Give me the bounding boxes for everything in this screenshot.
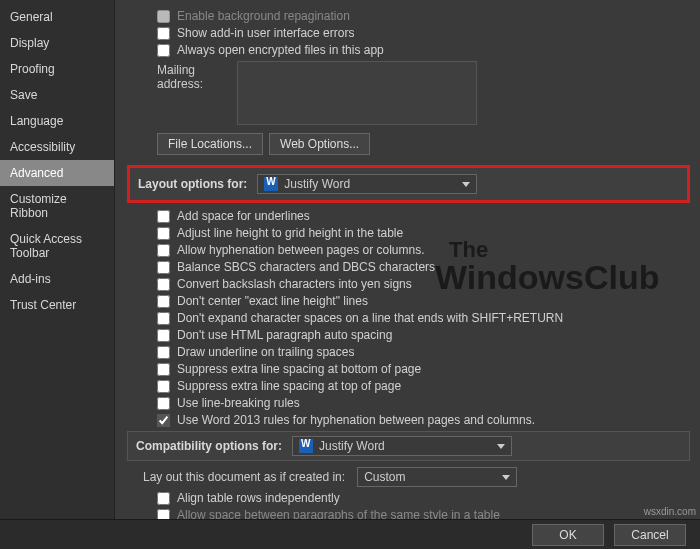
layout-option-row: Allow hyphenation between pages or colum… xyxy=(127,243,690,257)
layout-options-section: Layout options for: Justify Word xyxy=(127,165,690,203)
sidebar-item-advanced[interactable]: Advanced xyxy=(0,160,114,186)
layout-options-doc-select[interactable]: Justify Word xyxy=(257,174,477,194)
checkbox-encrypted[interactable] xyxy=(157,44,170,57)
layout-as-if-value: Custom xyxy=(364,470,405,484)
layout-option-checkbox[interactable] xyxy=(157,312,170,325)
layout-option-row: Convert backslash characters into yen si… xyxy=(127,277,690,291)
corner-watermark: wsxdin.com xyxy=(644,506,696,517)
layout-option-label: Suppress extra line spacing at bottom of… xyxy=(177,362,421,376)
sidebar-item-language[interactable]: Language xyxy=(0,108,114,134)
layout-option-checkbox[interactable] xyxy=(157,397,170,410)
web-options-button[interactable]: Web Options... xyxy=(269,133,370,155)
layout-option-label: Allow hyphenation between pages or colum… xyxy=(177,243,425,257)
sidebar-item-quick-access-toolbar[interactable]: Quick Access Toolbar xyxy=(0,226,114,266)
layout-option-label: Draw underline on trailing spaces xyxy=(177,345,354,359)
layout-option-checkbox[interactable] xyxy=(157,244,170,257)
sidebar-item-display[interactable]: Display xyxy=(0,30,114,56)
layout-option-checkbox[interactable] xyxy=(157,346,170,359)
layout-option-label: Convert backslash characters into yen si… xyxy=(177,277,412,291)
sidebar-item-customize-ribbon[interactable]: Customize Ribbon xyxy=(0,186,114,226)
layout-option-row: Don't center "exact line height" lines xyxy=(127,294,690,308)
layout-option-label: Balance SBCS characters and DBCS charact… xyxy=(177,260,435,274)
chevron-down-icon xyxy=(462,182,470,187)
layout-option-label: Don't expand character spaces on a line … xyxy=(177,311,563,325)
layout-options-label: Layout options for: xyxy=(138,177,247,191)
label-encrypted: Always open encrypted files in this app xyxy=(177,43,384,57)
layout-option-checkbox[interactable] xyxy=(157,261,170,274)
layout-option-row: Use Word 2013 rules for hyphenation betw… xyxy=(127,413,690,427)
layout-option-checkbox[interactable] xyxy=(157,329,170,342)
layout-option-label: Use Word 2013 rules for hyphenation betw… xyxy=(177,413,535,427)
sidebar-item-general[interactable]: General xyxy=(0,4,114,30)
layout-option-checkbox[interactable] xyxy=(157,363,170,376)
checkbox-addin-errors[interactable] xyxy=(157,27,170,40)
compatibility-doc-select[interactable]: Justify Word xyxy=(292,436,512,456)
layout-as-if-row: Lay out this document as if created in: … xyxy=(143,467,690,487)
chevron-down-icon xyxy=(502,475,510,480)
mailing-address-label: Mailing address: xyxy=(157,61,237,91)
layout-option-row: Adjust line height to grid height in the… xyxy=(127,226,690,240)
options-sidebar: General Display Proofing Save Language A… xyxy=(0,0,115,549)
layout-option-checkbox[interactable] xyxy=(157,380,170,393)
mailing-address-row: Mailing address: xyxy=(127,61,690,125)
layout-option-checkbox[interactable] xyxy=(157,278,170,291)
label-align-table-rows: Align table rows independently xyxy=(177,491,340,505)
option-addin-errors: Show add-in user interface errors xyxy=(127,26,690,40)
chevron-down-icon xyxy=(497,444,505,449)
word-doc-icon xyxy=(264,177,278,191)
sidebar-item-save[interactable]: Save xyxy=(0,82,114,108)
layout-option-label: Use line-breaking rules xyxy=(177,396,300,410)
layout-as-if-label: Lay out this document as if created in: xyxy=(143,470,345,484)
layout-option-checkbox[interactable] xyxy=(157,295,170,308)
compatibility-options-label: Compatibility options for: xyxy=(136,439,282,453)
cancel-button[interactable]: Cancel xyxy=(614,524,686,546)
option-encrypted: Always open encrypted files in this app xyxy=(127,43,690,57)
compatibility-doc-value: Justify Word xyxy=(319,439,385,453)
file-locations-button[interactable]: File Locations... xyxy=(157,133,263,155)
option-repagination: Enable background repagination xyxy=(127,9,690,23)
layout-option-row: Suppress extra line spacing at top of pa… xyxy=(127,379,690,393)
ok-button[interactable]: OK xyxy=(532,524,604,546)
layout-option-label: Don't use HTML paragraph auto spacing xyxy=(177,328,392,342)
checkbox-align-table-rows[interactable] xyxy=(157,492,170,505)
dialog-footer: OK Cancel xyxy=(0,519,700,549)
layout-option-checkbox[interactable] xyxy=(157,210,170,223)
compatibility-options-section: Compatibility options for: Justify Word xyxy=(127,431,690,461)
layout-option-checkbox[interactable] xyxy=(157,414,170,427)
word-doc-icon xyxy=(299,439,313,453)
layout-option-row: Don't expand character spaces on a line … xyxy=(127,311,690,325)
option-align-table-rows: Align table rows independently xyxy=(127,491,690,505)
layout-option-label: Suppress extra line spacing at top of pa… xyxy=(177,379,401,393)
layout-option-row: Suppress extra line spacing at bottom of… xyxy=(127,362,690,376)
sidebar-item-proofing[interactable]: Proofing xyxy=(0,56,114,82)
label-repagination: Enable background repagination xyxy=(177,9,350,23)
mailing-address-input[interactable] xyxy=(237,61,477,125)
layout-option-row: Balance SBCS characters and DBCS charact… xyxy=(127,260,690,274)
layout-option-row: Add space for underlines xyxy=(127,209,690,223)
layout-option-row: Draw underline on trailing spaces xyxy=(127,345,690,359)
layout-option-row: Use line-breaking rules xyxy=(127,396,690,410)
layout-as-if-select[interactable]: Custom xyxy=(357,467,517,487)
layout-option-checkbox[interactable] xyxy=(157,227,170,240)
options-panel: Enable background repagination Show add-… xyxy=(115,0,700,549)
sidebar-item-accessibility[interactable]: Accessibility xyxy=(0,134,114,160)
layout-doc-value: Justify Word xyxy=(284,177,350,191)
checkbox-repagination xyxy=(157,10,170,23)
label-addin-errors: Show add-in user interface errors xyxy=(177,26,354,40)
sidebar-item-add-ins[interactable]: Add-ins xyxy=(0,266,114,292)
layout-option-label: Adjust line height to grid height in the… xyxy=(177,226,403,240)
sidebar-item-trust-center[interactable]: Trust Center xyxy=(0,292,114,318)
layout-option-label: Add space for underlines xyxy=(177,209,310,223)
layout-option-row: Don't use HTML paragraph auto spacing xyxy=(127,328,690,342)
layout-option-label: Don't center "exact line height" lines xyxy=(177,294,368,308)
